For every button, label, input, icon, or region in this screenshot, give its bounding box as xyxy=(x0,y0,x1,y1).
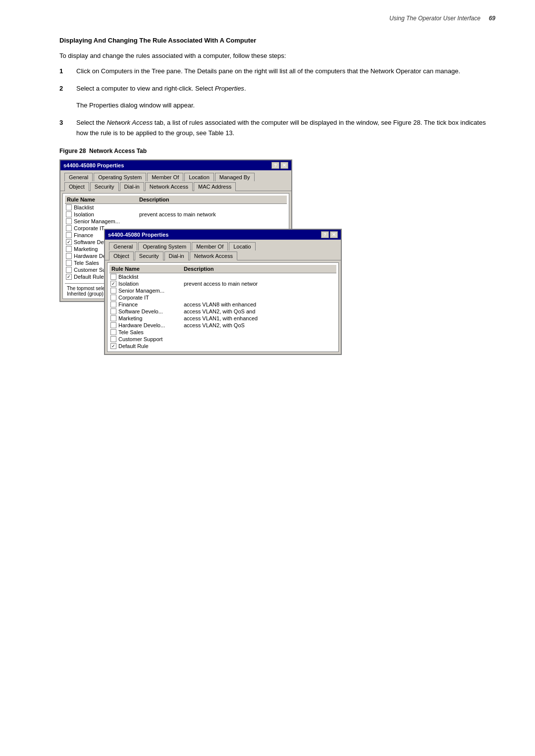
dialog-front-body: Rule Name Description Blacklist Isolatio… xyxy=(107,262,339,352)
checkbox-default-back[interactable] xyxy=(66,274,72,280)
tab-dialin-back[interactable]: Dial-in xyxy=(120,182,144,191)
checkbox-software-front[interactable] xyxy=(110,308,116,314)
checkbox-blacklist-back[interactable] xyxy=(66,204,72,210)
col-desc-back: Description xyxy=(139,197,287,202)
tabs-row1-front: General Operating System Member Of Locat… xyxy=(105,240,341,260)
rule-name-hardware-front: Hardware Develo... xyxy=(109,322,184,328)
tab-dialin-front[interactable]: Dial-in xyxy=(164,252,189,260)
checkbox-finance-front[interactable] xyxy=(110,302,116,307)
checkbox-hardware-front[interactable] xyxy=(110,322,116,328)
rule-row-back-2: Senior Managem... xyxy=(65,218,287,225)
page-number: 69 xyxy=(489,15,495,22)
title-controls: ? ✕ xyxy=(271,162,288,169)
tab-networkaccess-front[interactable]: Network Access xyxy=(190,252,237,260)
checkbox-isolation-back[interactable] xyxy=(66,211,72,217)
step-3-num: 3 xyxy=(59,118,67,139)
checkbox-corporate-back[interactable] xyxy=(66,225,72,231)
checkbox-software-back[interactable] xyxy=(66,239,72,245)
checkbox-marketing-back[interactable] xyxy=(66,246,72,252)
rule-name-marketing-front: Marketing xyxy=(109,315,184,321)
step-2-sub-text: The Properties dialog window will appear… xyxy=(76,101,495,111)
step-1-num: 1 xyxy=(59,66,67,77)
checkbox-hardware-back[interactable] xyxy=(66,253,72,259)
tab-memberof-back[interactable]: Member Of xyxy=(147,173,183,181)
tab-object-front[interactable]: Object xyxy=(109,252,134,260)
checkbox-default-front[interactable] xyxy=(110,343,116,349)
main-content: Displaying And Changing The Rule Associa… xyxy=(0,27,535,466)
dialog-front-titlebar: s4400-45080 Properties ? ✕ xyxy=(105,230,341,240)
tabs-row1-back: General Operating System Member Of Locat… xyxy=(60,170,291,191)
dialog-front-title: s4400-45080 Properties xyxy=(108,232,168,238)
tab-networkaccess-back[interactable]: Network Access xyxy=(145,182,193,191)
checkbox-blacklist-front[interactable] xyxy=(110,274,116,280)
rule-name-blacklist-back: Blacklist xyxy=(65,204,139,210)
checkbox-customersupport-back[interactable] xyxy=(66,267,72,273)
tab-object-back[interactable]: Object xyxy=(64,182,89,191)
tab-general-front[interactable]: General xyxy=(109,242,137,251)
checkbox-customersupport-front[interactable] xyxy=(110,336,116,342)
tab-managedby-back[interactable]: Managed By xyxy=(215,173,255,181)
rule-name-senior-front: Senior Managem... xyxy=(109,288,184,294)
col-rulename-front: Rule Name xyxy=(109,266,184,272)
checkbox-corporate-front[interactable] xyxy=(110,295,116,301)
rule-row-front-6: Marketing access VLAN1, with enhanced xyxy=(109,315,336,322)
rule-name-isolation-back: Isolation xyxy=(65,211,139,217)
rule-row-front-2: Senior Managem... xyxy=(109,287,336,294)
tab-memberof-front[interactable]: Member Of xyxy=(192,242,228,251)
rule-name-software-front: Software Develo... xyxy=(109,308,184,314)
rule-name-blacklist-front: Blacklist xyxy=(109,274,184,280)
step-3: 3 Select the Network Access tab, a list … xyxy=(59,118,495,139)
step-2-sub: The Properties dialog window will appear… xyxy=(59,101,495,111)
rule-name-finance-front: Finance xyxy=(109,302,184,307)
step-2-num: 2 xyxy=(59,84,67,94)
intro-text: To display and change the rules associat… xyxy=(59,51,495,61)
tab-macaddress-back[interactable]: MAC Address xyxy=(194,182,236,191)
tab-row-1: General Operating System Member Of Locat… xyxy=(62,172,257,181)
help-icon-front[interactable]: ? xyxy=(321,231,329,238)
rule-row-front-0: Blacklist xyxy=(109,273,336,280)
page-header: Using The Operator User Interface 69 xyxy=(0,0,535,27)
col-rulename-back: Rule Name xyxy=(65,197,139,202)
close-icon-front[interactable]: ✕ xyxy=(330,231,338,238)
checkbox-senior-back[interactable] xyxy=(66,218,72,224)
tab-os-front[interactable]: Operating System xyxy=(138,242,191,251)
dialog-front: s4400-45080 Properties ? ✕ General Opera… xyxy=(104,229,342,355)
rule-name-customersupport-front: Customer Support xyxy=(109,336,184,342)
step-1: 1 Click on Computers in the Tree pane. T… xyxy=(59,66,495,77)
tab-security-back[interactable]: Security xyxy=(90,182,119,191)
rule-name-telesales-front: Tele Sales xyxy=(109,329,184,335)
rule-row-front-4: Finance access VLAN8 with enhanced xyxy=(109,301,336,308)
checkbox-marketing-front[interactable] xyxy=(110,315,116,321)
step-3-text: Select the Network Access tab, a list of… xyxy=(76,118,495,139)
rule-row-back-0: Blacklist xyxy=(65,204,287,211)
close-icon[interactable]: ✕ xyxy=(280,162,288,169)
dialog-back-title: s4400-45080 Properties xyxy=(63,162,124,168)
step-1-text: Click on Computers in the Tree pane. The… xyxy=(76,66,495,77)
rule-row-front-7: Hardware Develo... access VLAN2, with Qo… xyxy=(109,322,336,329)
step-2-text: Select a computer to view and right-clic… xyxy=(76,84,495,94)
checkbox-senior-front[interactable] xyxy=(110,288,116,294)
tab-security-front[interactable]: Security xyxy=(135,252,163,260)
tab-locatio-front[interactable]: Locatio xyxy=(229,242,255,251)
figure-caption: Figure 28 Network Access Tab xyxy=(59,148,495,154)
rule-row-front-5: Software Develo... access VLAN2, with Qo… xyxy=(109,308,336,315)
checkbox-isolation-front[interactable] xyxy=(110,281,116,287)
tab-os-back[interactable]: Operating System xyxy=(94,173,146,181)
tab-row-2-front: Object Security Dial-in Network Access xyxy=(107,251,239,260)
rule-table-header-front: Rule Name Description xyxy=(109,265,336,273)
checkbox-finance-back[interactable] xyxy=(66,232,72,238)
dialog-container: s4400-45080 Properties ? ✕ General Opera… xyxy=(59,159,495,447)
rule-name-corporate-front: Corporate IT xyxy=(109,295,184,301)
tab-row-1-front: General Operating System Member Of Locat… xyxy=(107,242,258,250)
checkbox-telesales-front[interactable] xyxy=(110,329,116,335)
step-2: 2 Select a computer to view and right-cl… xyxy=(59,84,495,94)
page-info: Using The Operator User Interface xyxy=(389,15,481,22)
help-icon[interactable]: ? xyxy=(271,162,279,169)
rule-name-senior-back: Senior Managem... xyxy=(65,218,139,224)
tab-general-back[interactable]: General xyxy=(64,173,93,181)
col-desc-front: Description xyxy=(184,266,336,272)
rule-name-isolation-front: Isolation xyxy=(109,281,184,287)
title-controls-front: ? ✕ xyxy=(321,231,338,238)
checkbox-telesales-back[interactable] xyxy=(66,260,72,266)
tab-location-back[interactable]: Location xyxy=(184,173,214,181)
